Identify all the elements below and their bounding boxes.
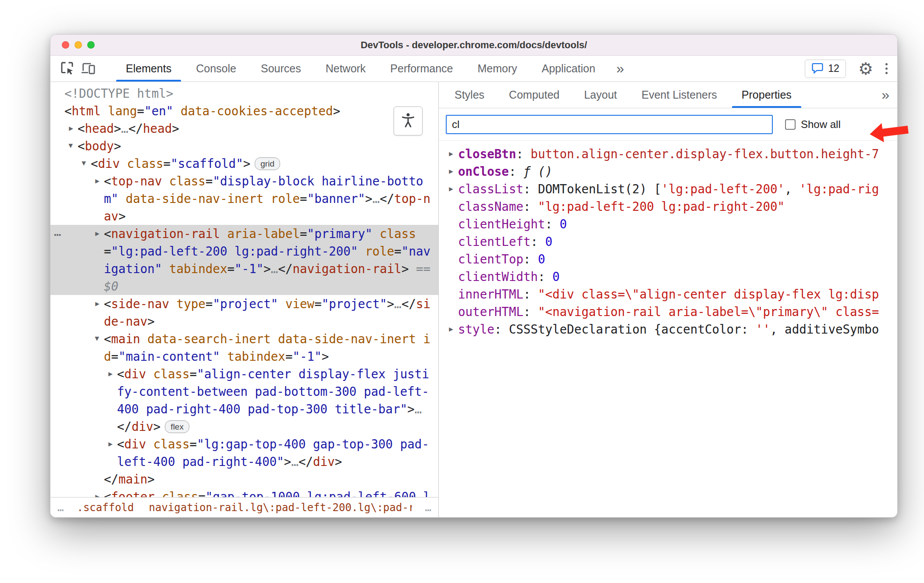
- expand-arrow-icon[interactable]: ▶: [92, 295, 102, 313]
- expand-arrow-icon[interactable]: ▶: [106, 365, 115, 383]
- tab-properties[interactable]: Properties: [729, 82, 804, 108]
- code-token: <: [104, 227, 111, 241]
- flex-badge[interactable]: flex: [165, 420, 189, 433]
- collapse-arrow-icon[interactable]: ▶: [62, 141, 80, 151]
- tab-memory[interactable]: Memory: [465, 56, 529, 82]
- property-row-classList[interactable]: ▶classList: DOMTokenList(2) ['lg:pad-lef…: [445, 180, 897, 198]
- property-value-token: 'lg:pad-left-200': [661, 182, 785, 196]
- expand-arrow-icon[interactable]: ▶: [446, 145, 456, 163]
- dom-node-main[interactable]: ▶<main data-search-inert data-side-nav-i…: [50, 330, 438, 365]
- console-messages-button[interactable]: 12: [805, 60, 846, 78]
- tab-console[interactable]: Console: [184, 56, 249, 82]
- dom-node-div-content[interactable]: ▶<div class="lg:gap-top-400 gap-top-300 …: [50, 435, 438, 470]
- inspect-cursor-icon: [60, 60, 75, 77]
- more-tabs-icon[interactable]: »: [608, 56, 633, 82]
- code-token: =: [206, 174, 213, 188]
- collapse-arrow-icon[interactable]: ▶: [75, 159, 93, 168]
- code-token: class: [155, 490, 198, 497]
- close-button[interactable]: [62, 41, 69, 49]
- expand-arrow-icon[interactable]: ▶: [446, 163, 456, 180]
- property-row-onClose[interactable]: ▶onClose: ƒ (): [445, 163, 897, 180]
- accessibility-person-icon: [399, 111, 417, 131]
- code-token: >: [153, 419, 161, 434]
- dom-node-html[interactable]: <html lang="en" data-cookies-accepted>: [50, 102, 438, 120]
- tab-network[interactable]: Network: [313, 56, 378, 82]
- code-token: head: [85, 121, 114, 135]
- breadcrumb-item-1[interactable]: navigation-rail.lg\:pad-left-200.lg\:pad…: [149, 501, 412, 514]
- breadcrumb-overflow-right[interactable]: …: [425, 501, 431, 514]
- property-row-clientWidth[interactable]: clientWidth: 0: [445, 268, 897, 285]
- code-token: top-nav: [111, 174, 162, 188]
- expand-arrow-icon[interactable]: ▶: [92, 488, 102, 497]
- expand-arrow-icon[interactable]: ▶: [92, 225, 102, 242]
- property-colon: :: [509, 164, 523, 178]
- code-token: …: [394, 297, 402, 311]
- dom-node-navigation-rail[interactable]: …▶<navigation-rail aria-label="primary" …: [50, 225, 438, 295]
- tab-performance[interactable]: Performance: [378, 56, 465, 82]
- property-row-clientLeft[interactable]: clientLeft: 0: [445, 233, 897, 250]
- tab-event-listeners[interactable]: Event Listeners: [629, 82, 729, 108]
- accessibility-overlay-button[interactable]: [394, 107, 423, 135]
- code-token: data-search-inert: [140, 332, 271, 346]
- row-menu-dots-icon[interactable]: …: [54, 223, 61, 241]
- breadcrumb-overflow-left[interactable]: …: [57, 501, 64, 514]
- property-value-token: '': [756, 322, 770, 336]
- code-token: <: [117, 367, 124, 381]
- tab-sources[interactable]: Sources: [249, 56, 313, 82]
- grid-badge[interactable]: grid: [255, 157, 280, 170]
- property-colon: :: [494, 322, 509, 336]
- dom-node-main-close[interactable]: </main>: [50, 470, 438, 488]
- code-token: div: [124, 437, 146, 451]
- dom-node-footer[interactable]: ▶<footer class="gap-top-1000 lg:pad-left…: [50, 488, 438, 497]
- devtools-window: DevTools - developer.chrome.com/docs/dev…: [50, 34, 898, 518]
- code-token: >: [118, 209, 126, 223]
- code-token: >: [263, 262, 271, 276]
- dom-node-side-nav[interactable]: ▶<side-nav type="project" view="project"…: [50, 295, 438, 330]
- property-row-innerHTML[interactable]: innerHTML: "<div class=\"align-center di…: [445, 285, 897, 303]
- code-token: <: [64, 104, 72, 118]
- code-token: "main-content": [118, 349, 220, 363]
- expand-arrow-icon[interactable]: ▶: [66, 120, 76, 137]
- code-token: =: [111, 349, 119, 363]
- more-sidebar-tabs-icon[interactable]: »: [874, 82, 897, 108]
- device-toolbar-button[interactable]: [78, 56, 99, 82]
- dom-node-doctype[interactable]: <!DOCTYPE html>: [50, 85, 438, 102]
- code-token: role: [263, 192, 300, 206]
- zoom-button[interactable]: [87, 41, 95, 49]
- settings-gear-icon[interactable]: ⚙: [858, 60, 873, 77]
- collapse-arrow-icon[interactable]: ▶: [89, 334, 106, 344]
- expand-arrow-icon[interactable]: ▶: [446, 320, 456, 338]
- expand-arrow-icon[interactable]: ▶: [92, 172, 102, 190]
- tab-styles[interactable]: Styles: [442, 82, 497, 108]
- dom-node-head[interactable]: ▶<head>…</head>: [50, 120, 438, 137]
- dom-node-body[interactable]: ▶<body>: [50, 137, 438, 155]
- expand-arrow-icon[interactable]: ▶: [446, 180, 456, 198]
- tab-elements[interactable]: Elements: [114, 56, 184, 82]
- code-token: <: [104, 490, 111, 497]
- breadcrumb-item-0[interactable]: .scaffold: [77, 501, 134, 514]
- dom-node-top-nav[interactable]: ▶<top-nav class="display-block hairline-…: [50, 172, 438, 225]
- show-all-control[interactable]: Show all: [785, 118, 841, 131]
- property-row-className[interactable]: className: "lg:pad-left-200 lg:pad-right…: [445, 198, 897, 215]
- code-token: "lg:pad-left-200 lg:pad-right-200": [111, 244, 358, 258]
- tab-application[interactable]: Application: [530, 56, 608, 82]
- code-token: <: [78, 121, 85, 135]
- tab-layout[interactable]: Layout: [572, 82, 629, 108]
- property-row-style[interactable]: ▶style: CSSStyleDeclaration {accentColor…: [445, 320, 897, 338]
- property-row-closeBtn[interactable]: ▶closeBtn: button.align-center.display-f…: [445, 145, 897, 163]
- code-token: footer: [111, 490, 155, 497]
- code-token: $0: [104, 279, 118, 293]
- dom-node-div-title-bar[interactable]: ▶<div class="align-center display-flex j…: [50, 365, 438, 435]
- expand-arrow-icon[interactable]: ▶: [106, 435, 115, 453]
- properties-filter-input[interactable]: [446, 115, 773, 134]
- dom-node-div-scaffold[interactable]: ▶<div class="scaffold">grid: [50, 155, 438, 172]
- minimize-button[interactable]: [75, 41, 82, 49]
- tab-computed[interactable]: Computed: [497, 82, 572, 108]
- inspect-element-button[interactable]: [57, 56, 78, 82]
- show-all-checkbox[interactable]: [785, 119, 796, 130]
- property-row-clientHeight[interactable]: clientHeight: 0: [445, 215, 897, 233]
- property-row-clientTop[interactable]: clientTop: 0: [445, 250, 897, 268]
- customize-menu-icon[interactable]: [885, 63, 888, 74]
- property-row-outerHTML[interactable]: outerHTML: "<navigation-rail aria-label=…: [445, 303, 897, 320]
- property-name: onClose: [458, 164, 509, 178]
